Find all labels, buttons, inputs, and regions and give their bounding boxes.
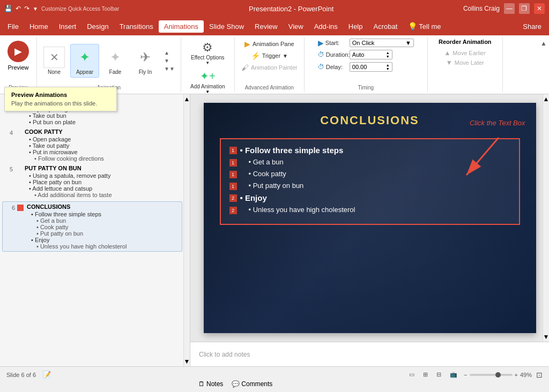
slide-sub-bullet: • Cook patty [27, 224, 180, 230]
scroll-down-button[interactable]: ▼ [162, 57, 176, 64]
delay-spinner: ▲ ▼ [386, 63, 390, 71]
duration-up-arrow[interactable]: ▲ [386, 51, 390, 55]
status-right: ▭ ⊞ ⊟ 📺 − + 49% ⊡ [407, 370, 543, 379]
title-bar-right: Collins Craig — ❐ ✕ [463, 3, 545, 14]
menu-animations[interactable]: Animations [159, 20, 204, 33]
trigger-button[interactable]: ⚡ Trigger ▼ [249, 50, 290, 61]
slide-content: PUT PATTY ON BUN • Using a spatula, remo… [25, 165, 182, 198]
svg-line-1 [466, 138, 499, 175]
close-button[interactable]: ✕ [534, 3, 545, 14]
preview-button[interactable]: ▶ Preview [3, 39, 33, 73]
slide-info: Slide 6 of 6 [6, 372, 36, 378]
add-animation-icon: ✦+ [200, 70, 216, 82]
notes-view-icon[interactable]: 📝 [42, 371, 51, 379]
view-reading-button[interactable]: ⊟ [434, 370, 443, 379]
menu-review[interactable]: Review [249, 20, 283, 33]
animation-fade-button[interactable]: ✦ Fade [101, 44, 129, 77]
animation-pane-button[interactable]: ▶ Animation Pane [242, 39, 296, 49]
menu-view[interactable]: View [283, 20, 309, 33]
content-area: ▲ ▼ CONCLUSIONS Click the Text Box [190, 94, 549, 366]
ribbon-group-preview: ▶ Preview Preview [0, 37, 37, 92]
ribbon-group-timing: ▶ Start: On Click ▼ ⏱ Duration: Auto ▲ ▼… [305, 37, 428, 92]
slide-scrollbar-up[interactable]: ▲ [183, 94, 190, 104]
slide-bullet: • Open package [25, 136, 182, 142]
slide-canvas[interactable]: CONCLUSIONS Click the Text Box [204, 103, 536, 333]
notes-icon: 🗒 [198, 380, 205, 388]
menu-help[interactable]: Help [343, 20, 368, 33]
menu-design[interactable]: Design [81, 20, 114, 33]
slide-scrollbar-down[interactable]: ▼ [183, 357, 190, 366]
animation-appear-button[interactable]: ✦ Appear [70, 44, 99, 78]
menu-transitions[interactable]: Transitions [114, 20, 159, 33]
zoom-plus-button[interactable]: + [515, 372, 518, 378]
view-normal-button[interactable]: ▭ [407, 370, 417, 379]
effect-options-label: Effect Options [191, 55, 225, 61]
content-scroll-down[interactable]: ▼ [542, 332, 549, 342]
slide-panel-scrollbar[interactable]: ▲ ▼ [183, 94, 190, 366]
menu-tellme[interactable]: 💡 Tell me [403, 20, 446, 33]
scroll-more-button[interactable]: ▼▼ [162, 65, 176, 72]
slide-bullet: • Take out patty [25, 142, 182, 149]
appear-label: Appear [76, 69, 93, 75]
duration-input[interactable]: Auto ▲ ▼ [350, 50, 392, 59]
delay-row: ⏱ Delay: 00.00 ▲ ▼ [318, 62, 392, 72]
zoom-minus-button[interactable]: − [464, 372, 467, 378]
menu-home[interactable]: Home [24, 20, 54, 33]
animation-none-button[interactable]: ✕ None [40, 44, 68, 77]
delay-input[interactable]: 00.00 ▲ ▼ [350, 62, 392, 72]
move-earlier-label: Move Earlier [452, 50, 486, 56]
add-animation-dropdown-icon: ▼ [205, 89, 210, 94]
content-scrollbar[interactable]: ▲ ▼ [543, 94, 549, 342]
animation-painter-button[interactable]: 🖌 Animation Painter [239, 62, 300, 73]
delay-up-arrow[interactable]: ▲ [386, 63, 390, 67]
notes-area[interactable]: Click to add notes [190, 342, 549, 366]
slide-sub-bullet: • Put patty on bun [27, 230, 180, 237]
menu-share[interactable]: Share [517, 20, 547, 33]
ribbon-collapse-button[interactable]: ▲ [538, 37, 549, 92]
menu-slideshow[interactable]: Slide Show [204, 20, 249, 33]
slide-indicator [15, 129, 23, 130]
title-bar: 💾 ↶ ↷ ▼ Customize Quick Access Toolbar P… [0, 0, 549, 17]
move-earlier-button[interactable]: ▲ Move Earlier [441, 48, 489, 58]
animation-flyin-button[interactable]: ✈ Fly In [131, 44, 159, 77]
effect-options-button[interactable]: ⚙ Effect Options ▼ [187, 39, 229, 67]
move-earlier-icon: ▲ [444, 49, 450, 57]
zoom-slider[interactable] [470, 374, 513, 376]
customize-icon[interactable]: ▼ [33, 6, 38, 12]
fit-button[interactable]: ⊡ [536, 371, 543, 379]
restore-button[interactable]: ❐ [519, 3, 530, 14]
menu-insert[interactable]: Insert [54, 20, 82, 33]
minimize-button[interactable]: — [504, 3, 515, 14]
delay-down-arrow[interactable]: ▼ [386, 67, 390, 71]
duration-row: ⏱ Duration: Auto ▲ ▼ [318, 50, 392, 59]
menu-acrobat[interactable]: Acrobat [368, 20, 403, 33]
duration-label: ⏱ Duration: [318, 51, 347, 58]
menu-file[interactable]: File [2, 20, 24, 33]
move-later-button[interactable]: ▼ Move Later [443, 58, 487, 67]
save-icon[interactable]: 💾 [4, 5, 12, 12]
duration-down-arrow[interactable]: ▼ [386, 55, 390, 58]
appear-icon: ✦ [74, 47, 95, 68]
undo-icon[interactable]: ↶ [16, 5, 21, 12]
slide-canvas-area: ▲ ▼ CONCLUSIONS Click the Text Box [190, 94, 549, 342]
delay-label: ⏱ Delay: [318, 63, 347, 71]
redo-icon[interactable]: ↷ [24, 5, 29, 12]
add-animation-button[interactable]: ✦+ Add Animation ▼ [188, 69, 227, 95]
animation-pane-icon: ▶ [244, 40, 250, 48]
menu-addins[interactable]: Add-ins [309, 20, 343, 33]
scroll-up-button[interactable]: ▲ [162, 49, 176, 56]
view-grid-button[interactable]: ⊞ [421, 370, 430, 379]
move-later-label: Move Later [455, 59, 484, 66]
start-select[interactable]: On Click ▼ [350, 39, 414, 47]
notes-button[interactable]: 🗒 Notes [198, 380, 223, 388]
slide-number: 4 [2, 129, 13, 136]
flyin-icon: ✈ [135, 47, 156, 68]
bottom-toolbar: 🗒 Notes 💬 Comments [198, 376, 272, 392]
comments-button[interactable]: 💬 Comments [232, 380, 272, 388]
slide-sub-bullet: • Get a bun [27, 217, 180, 224]
animation-pane-label: Animation Pane [253, 41, 294, 47]
app-title: Presentation2 - PowerPoint [249, 5, 333, 13]
view-presenter-button[interactable]: 📺 [448, 370, 459, 379]
content-scroll-up[interactable]: ▲ [542, 94, 549, 104]
slide-bullet: • Using a spatula, remove patty [25, 172, 182, 179]
